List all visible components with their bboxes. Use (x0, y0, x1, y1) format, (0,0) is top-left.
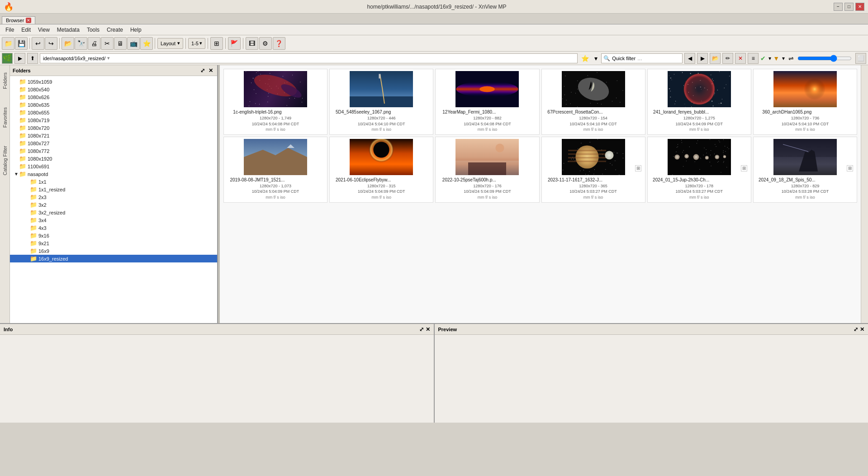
menu-view[interactable]: View (34, 26, 53, 34)
address-field[interactable]: ider/nasapotd/16x9_resized/ ▾ (40, 53, 578, 63)
orange-filter-icon[interactable]: ▼ (773, 55, 779, 62)
open-folder-button[interactable]: 📂 (710, 53, 721, 64)
toolbar-display-button[interactable]: 📺 (127, 37, 140, 50)
quick-filter-box[interactable]: 🔍 Quick filter … (601, 53, 683, 63)
bookmark-dropdown-icon[interactable]: ▾ (593, 55, 599, 62)
folder-tree[interactable]: 📁 1059x1059 📁 1080x540 📁 1080x626 📁 1080… (10, 76, 217, 323)
menu-file[interactable]: File (2, 26, 18, 34)
tree-item[interactable]: 📁 16x9_resized (10, 255, 217, 262)
tree-item[interactable]: 📁 1080x721 (10, 132, 217, 139)
sidebar-tab-folders[interactable]: Folders (1, 69, 9, 93)
folder-name: 2x3 (38, 195, 47, 200)
image-cell[interactable]: 5D4_5485seeley_1067.png 1280x720 - 446 1… (329, 69, 433, 135)
toolbar-settings-button[interactable]: ⚙ (259, 37, 272, 50)
toolbar-undo-button[interactable]: ↩ (32, 37, 44, 50)
tree-item[interactable]: 📁 1x1_resized (10, 186, 217, 193)
tree-item[interactable]: 📁 9x16 (10, 232, 217, 239)
toolbar-folder-button[interactable]: 📂 (62, 37, 74, 50)
tree-item[interactable]: 📁 1059x1059 (10, 78, 217, 86)
folder-panel-expand-button[interactable]: ⤢ (199, 67, 206, 74)
bookmark-star-icon[interactable]: ⭐ (579, 55, 591, 62)
size-dropdown[interactable]: 1-5 ▾ (188, 38, 205, 49)
image-cell[interactable]: 2019-08-08-JMT19_1521... 1280x720 - 1,07… (223, 137, 327, 203)
nav-up-button[interactable]: ⬆ (27, 53, 38, 64)
toolbar-cut-button[interactable]: ✂ (101, 37, 114, 50)
browser-tab[interactable]: Browser ✕ (2, 16, 35, 24)
zoom-slider[interactable] (797, 55, 852, 62)
menu-create[interactable]: Create (103, 26, 127, 34)
tree-item[interactable]: 📁 1x1 (10, 178, 217, 186)
image-cell[interactable]: 1c-english-triplet-16.png 1280x720 - 1,7… (223, 69, 327, 135)
delete-button[interactable]: ✕ (735, 53, 746, 64)
preview-panel-close-button[interactable]: ✕ (860, 326, 864, 333)
tree-item[interactable]: 📁 9x21 (10, 239, 217, 247)
info-panel-close-button[interactable]: ✕ (426, 326, 430, 333)
close-button[interactable]: ✕ (855, 3, 864, 11)
menu-tools[interactable]: Tools (83, 26, 103, 34)
tree-item[interactable]: 📁 1080x720 (10, 124, 217, 132)
image-exif: mm f/ s iso (544, 127, 643, 133)
image-cell[interactable]: ⊞ 2023-11-17-1617_1632-J... 1280x720 - 3… (541, 137, 645, 203)
layout-dropdown[interactable]: Layout ▾ (157, 38, 183, 49)
toolbar-binoculars-button[interactable]: 🔭 (75, 37, 87, 50)
image-cell[interactable]: 241_lorand_fenyes_bubbl... 1280x720 - 1,… (647, 69, 751, 135)
compare-icon[interactable]: ⇌ (788, 55, 794, 62)
toolbar-help-button[interactable]: ❓ (273, 37, 285, 50)
image-cell[interactable]: ⊞ 2024_09_18_ZM_Spis_50... 1280x720 - 82… (753, 137, 857, 203)
toolbar-film-button[interactable]: 🎞 (246, 37, 258, 50)
expand-panel-button[interactable]: ⬜ (855, 53, 866, 64)
orange-filter-dropdown[interactable]: ▾ (782, 55, 785, 62)
image-cell[interactable]: 12YearMap_Fermi_1080... 1280x720 - 882 1… (435, 69, 539, 135)
tree-item[interactable]: 📁 3x4 (10, 216, 217, 224)
tree-item[interactable]: 📁 1080x635 (10, 101, 217, 109)
toolbar-flag-button[interactable]: 🚩 (228, 37, 241, 50)
tree-item[interactable]: 📁 1080x540 (10, 86, 217, 93)
menu-help[interactable]: Help (127, 26, 145, 34)
edit-button[interactable]: ✏ (722, 53, 733, 64)
minimize-button[interactable]: − (834, 3, 843, 11)
green-filter-dropdown[interactable]: ▾ (768, 55, 771, 62)
tree-item[interactable]: 📁 1080x727 (10, 139, 217, 147)
tree-item[interactable]: 📁 1100x691 (10, 162, 217, 170)
image-cell[interactable]: ⊞ 2024_01_15-Jup-2h30-Ch... 1280x720 - 1… (647, 137, 751, 203)
nav-forward-button[interactable]: ▶ (14, 53, 25, 64)
sidebar-tab-catalog[interactable]: Catalog Filter (1, 142, 9, 179)
info-panel-expand-button[interactable]: ⤢ (419, 326, 424, 333)
menu-edit[interactable]: Edit (18, 26, 34, 34)
toolbar-screen-button[interactable]: 🖥 (114, 37, 127, 50)
tree-item[interactable]: 📁 1080x719 (10, 116, 217, 124)
menu-metadata[interactable]: Metadata (53, 26, 83, 34)
maximize-button[interactable]: □ (844, 3, 854, 11)
tree-item[interactable]: 📁 3x2 (10, 201, 217, 209)
image-cell[interactable]: 360_archDHan1065.png 1280x720 - 736 10/2… (753, 69, 857, 135)
history-forward-button[interactable]: ▶ (697, 53, 708, 64)
content-area[interactable]: 1c-english-triplet-16.png 1280x720 - 1,7… (220, 65, 861, 323)
history-back-button[interactable]: ◀ (684, 53, 695, 64)
toolbar-redo-button[interactable]: ↪ (45, 37, 57, 50)
view-grid-button[interactable]: ⊞ (210, 37, 223, 50)
tree-item[interactable]: 📁 2x3 (10, 193, 217, 201)
folder-panel-close-button[interactable]: ✕ (207, 67, 214, 74)
tree-item[interactable]: 📁 1080x626 (10, 93, 217, 101)
preview-panel-expand-button[interactable]: ⤢ (854, 326, 858, 333)
list-view-button[interactable]: ≡ (748, 53, 759, 64)
tab-close-button[interactable]: ✕ (26, 18, 31, 23)
green-filter-icon[interactable]: ✔ (760, 55, 766, 62)
toolbar-open-button[interactable]: 📁 (2, 37, 14, 50)
sidebar-tab-favorites[interactable]: Favorites (1, 104, 9, 131)
toolbar-star-button[interactable]: ⭐ (140, 37, 153, 50)
toolbar-print-button[interactable]: 🖨 (88, 37, 100, 50)
tree-item[interactable]: 📁 3x2_resized (10, 209, 217, 216)
tree-item[interactable]: 📁 1080x772 (10, 147, 217, 155)
nav-back-button[interactable]: 🌿 (2, 53, 13, 64)
image-cell[interactable]: 67Pcrescent_RosettaCon... 1280x720 - 154… (541, 69, 645, 135)
tree-item[interactable]: 📁 16x9 (10, 247, 217, 255)
tree-item[interactable]: 📁 4x3 (10, 224, 217, 232)
tree-item[interactable]: ▼ 📁 nasapotd (10, 170, 217, 178)
tree-item[interactable]: 📁 1080x1920 (10, 155, 217, 162)
image-cell[interactable]: 2022-10-25pseTaj600h.p... 1280x720 - 176… (435, 137, 539, 203)
path-dropdown-icon[interactable]: ▾ (107, 55, 110, 61)
toolbar-save-button[interactable]: 💾 (15, 37, 28, 50)
tree-item[interactable]: 📁 1080x655 (10, 109, 217, 116)
image-cell[interactable]: 2021-06-10EclipseFlybyw... 1280x720 - 31… (329, 137, 433, 203)
